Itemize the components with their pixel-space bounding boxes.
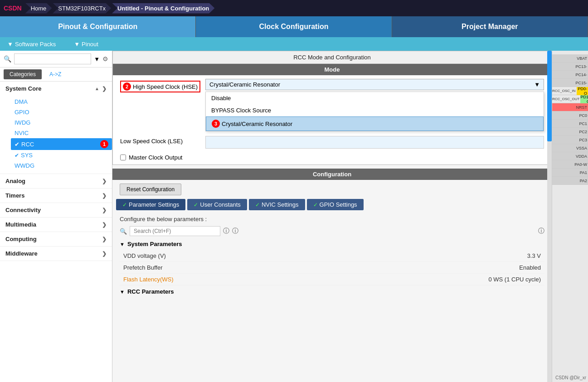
- chip-pin-vssa: VSSA: [552, 144, 588, 152]
- sub-tab-software-packs[interactable]: ▼ Software Packs: [7, 41, 56, 48]
- sidebar-item-gpio[interactable]: GPIO: [11, 107, 112, 117]
- sidebar-item-rcc[interactable]: ✔ RCC 1: [11, 138, 112, 150]
- lse-label: Low Speed Clock (LSE): [120, 136, 202, 145]
- scrollbar-track[interactable]: [547, 51, 552, 382]
- config-subtitle: Configure the below parameters :: [112, 214, 552, 224]
- chip-pin-rcc-osc-out: PD1-O: [580, 95, 588, 103]
- chip-pin-pc14: PC14-: [552, 71, 588, 79]
- chevron-icon: ❯: [102, 86, 107, 92]
- chevron-down-icon: ▼: [7, 41, 13, 48]
- system-core-header[interactable]: System Core ▲ ❯: [0, 82, 112, 96]
- rcc-osc-in-left-label: RCC_OSC_IN: [552, 89, 576, 93]
- config-tab-parameter[interactable]: ✓ Parameter Settings: [116, 199, 185, 210]
- content-area: RCC Mode and Configuration Mode 2 High S…: [112, 51, 588, 382]
- params-section: ▼ System Parameters VDD voltage (V) 3.3 …: [112, 238, 552, 298]
- config-section: Configuration Reset Configuration ✓ Para…: [112, 169, 552, 298]
- config-tab-nvic[interactable]: ✓ NVIC Settings: [249, 199, 305, 210]
- dropdown-option-bypass[interactable]: BYPASS Clock Source: [206, 104, 544, 116]
- sub-tab-software-label: Software Packs: [15, 41, 56, 48]
- master-clock-checkbox[interactable]: [120, 155, 126, 160]
- sidebar-item-dma[interactable]: DMA: [11, 97, 112, 107]
- step3-badge: 3: [212, 120, 220, 128]
- sidebar-section-analog: Analog ❯: [0, 174, 112, 189]
- mode-subtitle: Mode: [113, 64, 551, 75]
- timers-header[interactable]: Timers ❯: [0, 189, 112, 203]
- sys-label: SYS: [21, 152, 33, 159]
- connectivity-chevron: ❯: [102, 207, 107, 213]
- breadcrumb-chip[interactable]: STM32F103RCTx: [53, 3, 111, 14]
- system-params-chevron: ▼: [120, 242, 125, 247]
- config-search-bar: 🔍 ⓘ ⓘ ⓘ: [112, 224, 552, 238]
- sidebar-item-nvic[interactable]: NVIC: [11, 128, 112, 138]
- multimedia-label: Multimedia: [5, 221, 36, 228]
- scrollbar-thumb[interactable]: [547, 51, 552, 141]
- info-icon-2[interactable]: ⓘ: [232, 227, 238, 235]
- dropdown-option-disable[interactable]: Disable: [206, 92, 544, 104]
- info-icon-3[interactable]: ⓘ: [538, 227, 544, 235]
- system-params-header[interactable]: ▼ System Parameters: [120, 238, 544, 250]
- breadcrumb-home[interactable]: Home: [25, 3, 52, 14]
- sidebar-item-iwdg[interactable]: IWDG: [11, 117, 112, 128]
- user-tab-check: ✓: [194, 202, 198, 208]
- search-input[interactable]: [14, 53, 91, 64]
- analog-header[interactable]: Analog ❯: [0, 174, 112, 188]
- system-params-label: System Parameters: [127, 241, 182, 247]
- tab-pinout-config[interactable]: Pinout & Configuration: [0, 16, 196, 37]
- dropdown-option-crystal[interactable]: 3 Crystal/Ceramic Resonator: [206, 116, 544, 131]
- connectivity-header[interactable]: Connectivity ❯: [0, 203, 112, 217]
- sidebar-section-connectivity: Connectivity ❯: [0, 203, 112, 218]
- crystal-option-label: Crystal/Ceramic Resonator: [222, 121, 292, 127]
- middleware-header[interactable]: Middleware ❯: [0, 247, 112, 261]
- rcc-params-chevron: ▼: [120, 289, 125, 295]
- config-search-icon: 🔍: [120, 228, 127, 235]
- info-icon-1[interactable]: ⓘ: [223, 227, 229, 235]
- computing-header[interactable]: Computing ❯: [0, 232, 112, 246]
- dropdown-arrow-search[interactable]: ▼: [94, 56, 100, 63]
- multimedia-chevron: ❯: [102, 222, 107, 228]
- chip-pin-vbat: VBAT: [552, 54, 588, 63]
- sidebar-tab-categories[interactable]: Categories: [4, 69, 42, 79]
- param-tab-label: Parameter Settings: [129, 201, 179, 208]
- timers-chevron: ❯: [102, 193, 107, 199]
- middleware-label: Middleware: [5, 250, 38, 257]
- sidebar-item-sys[interactable]: ✔ SYS: [11, 150, 112, 160]
- brand-logo: CSDN: [4, 5, 22, 12]
- step1-badge: 1: [100, 140, 108, 148]
- gear-icon[interactable]: ⚙: [102, 55, 108, 63]
- chip-pin-pc15: PC15-: [552, 79, 588, 87]
- chip-pin-nrst: NRST: [552, 103, 588, 111]
- flash-label: Flash Latency(WS): [123, 276, 488, 283]
- hse-select-display[interactable]: Crystal/Ceramic Resonator ▼: [205, 79, 544, 90]
- rcc-params-header[interactable]: ▼ RCC Parameters: [120, 285, 544, 298]
- sys-check-icon: ✔: [15, 152, 19, 159]
- sub-tab-pinout[interactable]: ▼ Pinout: [74, 41, 98, 48]
- reset-config-button[interactable]: Reset Configuration: [120, 184, 181, 195]
- config-tab-gpio[interactable]: ✓ GPIO Settings: [307, 199, 364, 210]
- lse-select-wrapper[interactable]: [205, 136, 544, 149]
- config-toolbar: Reset Configuration: [112, 180, 552, 199]
- chip-pin-pa2: PA2: [552, 177, 588, 185]
- lse-select[interactable]: [205, 136, 544, 149]
- tab-project-manager[interactable]: Project Manager: [392, 16, 588, 37]
- multimedia-header[interactable]: Multimedia ❯: [0, 218, 112, 232]
- rcc-label: RCC: [21, 141, 34, 148]
- breadcrumb-current[interactable]: Untitled - Pinout & Configuration: [112, 3, 214, 14]
- rcc-params-label: RCC Parameters: [127, 288, 174, 295]
- sidebar-item-wwdg[interactable]: WWDG: [11, 160, 112, 171]
- tab-clock-config[interactable]: Clock Configuration: [196, 16, 392, 37]
- sidebar-section-timers: Timers ❯: [0, 189, 112, 203]
- config-search-input[interactable]: [130, 226, 220, 236]
- sidebar-section-multimedia: Multimedia ❯: [0, 218, 112, 232]
- rcc-mode-panel: RCC Mode and Configuration Mode 2 High S…: [112, 51, 552, 165]
- param-row-flash: Flash Latency(WS) 0 WS (1 CPU cycle): [120, 274, 544, 285]
- sidebar-section-computing: Computing ❯: [0, 232, 112, 247]
- config-tab-user-constants[interactable]: ✓ User Constants: [187, 199, 247, 210]
- sidebar-tab-atoz[interactable]: A->Z: [44, 69, 67, 79]
- master-clock-row: Master Clock Output: [113, 152, 551, 164]
- scroll-up-icon[interactable]: ▲: [95, 86, 99, 91]
- nvic-tab-check: ✓: [255, 202, 260, 208]
- main-tab-bar: Pinout & Configuration Clock Configurati…: [0, 16, 588, 37]
- chip-pin-pc2: PC2: [552, 128, 588, 136]
- hse-text: High Speed Clock (HSE): [133, 83, 198, 90]
- hse-dropdown-arrow: ▼: [534, 81, 540, 88]
